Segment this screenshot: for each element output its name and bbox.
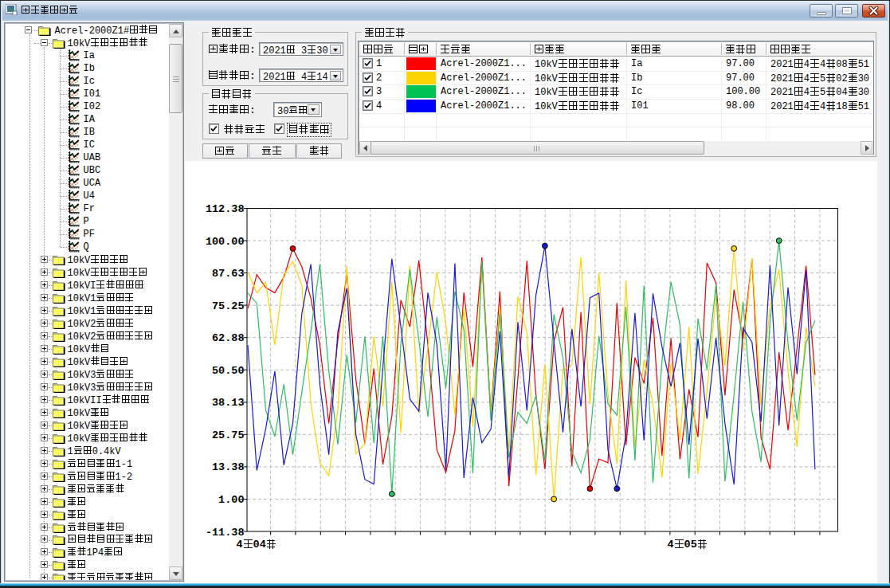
svg-text:-11.38: -11.38 <box>205 527 244 539</box>
svg-text:62.88: 62.88 <box>211 332 244 344</box>
svg-text:38.13: 38.13 <box>211 397 244 409</box>
svg-text:1.00: 1.00 <box>218 494 244 506</box>
svg-text:50.50: 50.50 <box>211 365 244 377</box>
svg-text:87.63: 87.63 <box>211 268 244 280</box>
svg-text:112.38: 112.38 <box>205 203 244 215</box>
svg-text:100.00: 100.00 <box>205 236 244 248</box>
svg-text:13.38: 13.38 <box>211 461 244 473</box>
svg-text:25.75: 25.75 <box>211 429 244 441</box>
svg-text:75.25: 75.25 <box>211 300 244 312</box>
